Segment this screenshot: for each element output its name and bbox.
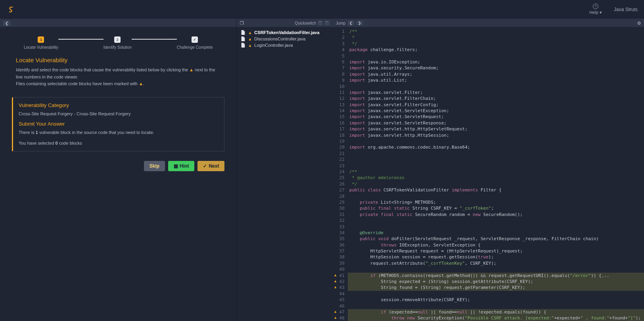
quickswitch-up[interactable]: ˄ — [318, 21, 323, 25]
code-viewer-panel: Jump ❮ ❯ ✿ 1/**2 *3 */4package challenge… — [333, 19, 644, 321]
gutter-marker — [333, 181, 338, 187]
code-line: 36 throws IOException, ServletException … — [333, 242, 644, 248]
line-content: import java.util.Arrays; — [348, 71, 644, 77]
line-number: 20 — [338, 144, 348, 150]
line-number: 16 — [338, 120, 348, 126]
window-icon[interactable]: ❐ — [240, 21, 244, 26]
jump-prev[interactable]: ❮ — [348, 21, 354, 25]
step-identify[interactable]: 2 Identify Solution — [104, 36, 132, 50]
code-line: 12import javax.servlet.FilterChain; — [333, 96, 644, 101]
back-button[interactable]: ❮ — [3, 21, 10, 26]
gutter-marker — [333, 254, 338, 260]
line-number: 7 — [338, 65, 348, 71]
code-line: 40 — [333, 266, 644, 272]
code-line: 30 public final static String CSRF_KEY =… — [333, 205, 644, 211]
warning-icon: ▲ — [139, 81, 143, 86]
step-locate[interactable]: 1 Locate Vulnerability — [24, 36, 58, 50]
line-number: 44 — [338, 291, 348, 297]
line-content: @Override — [348, 230, 644, 236]
gutter-marker — [333, 41, 338, 47]
line-number: 4 — [338, 47, 348, 53]
gutter-marker — [333, 224, 338, 230]
gutter-marker — [333, 34, 338, 40]
line-content — [348, 291, 644, 297]
line-number: 14 — [338, 108, 348, 114]
gutter-marker — [333, 175, 338, 181]
line-number: 5 — [338, 53, 348, 59]
gutter-marker — [333, 96, 338, 101]
line-content: import java.io.IOException; — [348, 59, 644, 65]
code-line: 38 HttpSession session = request.getSess… — [333, 254, 644, 260]
line-number: 8 — [338, 71, 348, 77]
gutter-marker — [333, 248, 338, 254]
line-content: import java.security.SecureRandom; — [348, 65, 644, 71]
file-item[interactable]: ▲LoginController.java — [238, 42, 331, 48]
line-content: import javax.servlet.FilterConfig; — [348, 102, 644, 108]
line-content: import javax.servlet.http.HttpServletReq… — [348, 126, 644, 132]
code-line[interactable]: ▲47 if (expected==null || found==null ||… — [333, 309, 644, 315]
help-menu[interactable]: ? Help ▾ — [589, 4, 602, 15]
code-line: 31 private final static SecureRandom ran… — [333, 212, 644, 218]
gutter-marker[interactable]: ▲ — [333, 309, 338, 315]
code-line: 28 — [333, 193, 644, 199]
skip-button[interactable]: Skip — [144, 161, 165, 171]
gutter-marker — [333, 144, 338, 150]
code-line: 21 — [333, 151, 644, 157]
gutter-marker[interactable]: ▲ — [333, 273, 338, 279]
line-number: 11 — [338, 90, 348, 96]
gutter-marker[interactable]: ▲ — [333, 315, 338, 321]
code-line: 13import javax.servlet.FilterConfig; — [333, 102, 644, 108]
code-line[interactable]: ▲43 String found = (String) request.getP… — [333, 285, 644, 290]
gutter-marker[interactable]: ▲ — [333, 279, 338, 285]
line-number: 15 — [338, 114, 348, 120]
file-item[interactable]: ▲DiscussionsController.java — [238, 36, 331, 42]
line-number: 47 — [338, 309, 348, 315]
file-name: CSRFTokenValidationFilter.java — [254, 30, 319, 35]
code-body[interactable]: 1/**2 *3 */4package challenge.filters;5 … — [333, 27, 644, 321]
code-line: 26 */ — [333, 181, 644, 187]
line-number: 18 — [338, 132, 348, 138]
submit-heading: Submit Your Answer — [19, 121, 218, 127]
quickswitch-down[interactable]: ˅ — [324, 21, 330, 25]
step-label: Identify Solution — [104, 45, 132, 50]
file-item[interactable]: ▲CSRFTokenValidationFilter.java — [238, 29, 331, 36]
line-content: /** — [348, 169, 644, 175]
gutter-marker — [333, 114, 338, 120]
line-number: 42 — [338, 279, 348, 285]
gutter-marker[interactable]: ▲ — [333, 285, 338, 290]
help-icon: ? — [593, 4, 598, 9]
line-number: 34 — [338, 230, 348, 236]
line-content: request.setAttribute("_csrfTokenKey", CS… — [348, 260, 644, 266]
gutter-marker — [333, 303, 338, 309]
code-line[interactable]: ▲48 throw new SecurityException("Possibl… — [333, 315, 644, 321]
code-line: 23 — [333, 163, 644, 169]
action-buttons: Skip ▦Hint ✓Next — [0, 157, 236, 175]
top-bar: ? Help ▾ Java Struts — [0, 0, 644, 19]
line-content: * @author mdelorenzo — [348, 175, 644, 181]
line-number: 37 — [338, 248, 348, 254]
warning-icon: ▲ — [248, 37, 252, 41]
gear-icon[interactable]: ✿ — [637, 21, 641, 26]
line-content: import javax.servlet.ServletRequest; — [348, 114, 644, 120]
hint-icon: ▦ — [174, 163, 178, 169]
code-line: 29 private List<String> METHODS; — [333, 199, 644, 205]
code-line[interactable]: ▲42 String expected = (String) session.g… — [333, 279, 644, 285]
code-line: 7import java.security.SecureRandom; — [333, 65, 644, 71]
next-icon: ✓ — [203, 163, 207, 169]
gutter-marker — [333, 151, 338, 157]
step-complete[interactable]: ✓ Challenge Complete — [177, 36, 213, 50]
code-line[interactable]: ▲41 if (METHODS.contains(request.getMeth… — [333, 273, 644, 279]
step-label: Challenge Complete — [177, 45, 213, 50]
next-button[interactable]: ✓Next — [197, 161, 224, 171]
gutter-marker — [333, 120, 338, 126]
logo-icon[interactable] — [6, 5, 16, 14]
line-content: */ — [348, 41, 644, 47]
jump-next[interactable]: ❯ — [356, 21, 363, 25]
line-number: 2 — [338, 34, 348, 40]
gutter-marker — [333, 266, 338, 272]
vuln-category-text: Cross-Site Request Forgery - Cross-Site … — [19, 111, 218, 117]
gutter-marker — [333, 212, 338, 218]
hint-button[interactable]: ▦Hint — [168, 161, 194, 171]
gutter-marker — [333, 187, 338, 193]
line-number: 43 — [338, 285, 348, 290]
